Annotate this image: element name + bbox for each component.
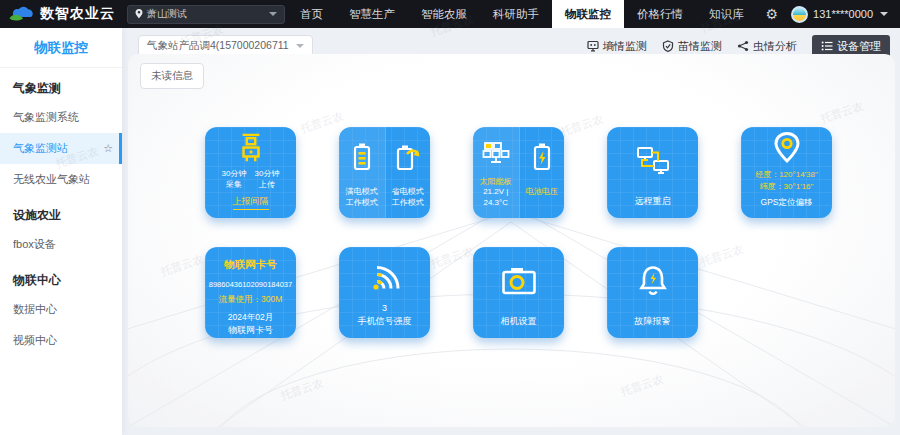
top-nav-menu: 首页 智慧生产 智能农服 科研助手 物联监控 价格行情 知识库 (287, 0, 757, 28)
battery-charge-icon (520, 127, 565, 187)
data-logger-icon (205, 127, 296, 169)
nav-smart-agri-service[interactable]: 智能农服 (408, 0, 480, 28)
battery-full-icon (339, 127, 385, 187)
nav-knowledge-base[interactable]: 知识库 (696, 0, 757, 28)
nav-iot-monitoring[interactable]: 物联监控 (552, 0, 624, 28)
camera-settings-card[interactable]: 相机设置 (473, 247, 564, 338)
gps-coordinates: 经度：120°14'38" 纬度：30°1'16" (755, 169, 818, 193)
signal-level-value: 3 (382, 303, 387, 313)
sidebar: 物联监控 气象监测 气象监测系统 气象监测站 ☆ 无线农业气象站 设施农业 fb… (0, 28, 122, 435)
mode-name: 省电模式 (392, 187, 424, 198)
sidebar-item-fbox[interactable]: fbox设备 (0, 229, 122, 260)
camera-icon (473, 247, 564, 315)
card-row-2: 物联网卡号 89860436102090184037 流量使用：300M 202… (205, 247, 698, 338)
networked-computers-icon (607, 127, 698, 195)
sidebar-item-weather-system[interactable]: 气象监测系统 (0, 102, 122, 133)
sidebar-item-data-center[interactable]: 数据中心 (0, 294, 122, 325)
sidebar-item-label: 视频中心 (13, 333, 57, 348)
sim-data-usage: 流量使用：300M (205, 294, 296, 306)
latitude-value: 纬度：30°1'16" (755, 181, 818, 193)
chevron-down-icon (296, 44, 304, 48)
sidebar-item-label: 数据中心 (13, 302, 57, 317)
fault-alarm-card[interactable]: 故障报警 (607, 247, 698, 338)
mode-label: 工作模式 (346, 198, 378, 209)
card-title: 故障报警 (635, 315, 671, 328)
top-navbar: 数智农业云 萧山测试 首页 智慧生产 智能农服 科研助手 物联监控 价格行情 知… (0, 0, 900, 28)
sidebar-item-weather-station[interactable]: 气象监测站 ☆ (0, 133, 122, 164)
card-title: 物联网卡号 (205, 324, 296, 337)
full-power-mode-half[interactable]: 满电模式 工作模式 (339, 127, 385, 218)
action-label: 苗情监测 (678, 39, 722, 54)
report-interval-card[interactable]: 30分钟 采集 30分钟 上传 上报间隔 (205, 127, 296, 218)
nav-price-market[interactable]: 价格行情 (624, 0, 696, 28)
solar-panel-half[interactable]: 太阳能板 21.2V | 24.3°C (473, 127, 519, 218)
solar-panel-icon (473, 127, 519, 177)
card-title: 相机设置 (501, 315, 537, 328)
power-status-card[interactable]: 太阳能板 21.2V | 24.3°C (473, 127, 564, 218)
org-selector-dropdown[interactable]: 萧山测试 (127, 5, 285, 24)
sidebar-item-wireless-station[interactable]: 无线农业气象站 (0, 164, 122, 195)
card-title: 手机信号强度 (358, 315, 412, 328)
device-selector-value: 气象站产品调4(157000206711 (147, 39, 289, 53)
org-selector-value: 萧山测试 (147, 7, 187, 21)
remote-restart-card[interactable]: 远程重启 (607, 127, 698, 218)
user-account-menu[interactable]: 131****0000 (787, 6, 900, 23)
nav-home[interactable]: 首页 (287, 0, 336, 28)
sidebar-item-label: fbox设备 (13, 237, 56, 252)
card-title: 上报间隔 (233, 195, 269, 210)
app-title: 数智农业云 (40, 5, 115, 23)
nav-smart-production[interactable]: 智慧生产 (336, 0, 408, 28)
list-icon (821, 40, 833, 52)
perspective-floor-decoration (128, 54, 895, 427)
work-mode-card[interactable]: 满电模式 工作模式 (339, 127, 430, 218)
unread-messages-button[interactable]: 未读信息 (140, 63, 204, 89)
brand-logo-icon (8, 5, 34, 23)
sim-month: 2024年02月 (205, 312, 296, 324)
soil-moisture-monitor-button[interactable]: 墒情监测 (587, 39, 647, 54)
mode-label: 工作模式 (392, 198, 424, 209)
action-label: 墒情监测 (603, 39, 647, 54)
upload-interval-value: 30分钟 (255, 169, 280, 180)
signal-strength-card[interactable]: 3 手机信号强度 (339, 247, 430, 338)
sim-title: 物联网卡号 (205, 258, 296, 272)
settings-gear-icon[interactable]: ⚙ (756, 7, 787, 21)
sidebar-item-video-center[interactable]: 视频中心 (0, 325, 122, 356)
iot-sim-card[interactable]: 物联网卡号 89860436102090184037 流量使用：300M 202… (205, 247, 296, 338)
user-phone-label: 131****0000 (813, 8, 873, 20)
collect-interval-label: 采集 (222, 180, 247, 191)
app-window: 数智农业云 萧山测试 首页 智慧生产 智能农服 科研助手 物联监控 价格行情 知… (0, 0, 900, 435)
longitude-value: 经度：120°14'38" (755, 169, 818, 181)
device-status-panel: 未读信息 (128, 54, 895, 427)
gps-location-card[interactable]: 经度：120°14'38" 纬度：30°1'16" GPS定位偏移 (741, 127, 832, 218)
sim-iccid-value: 89860436102090184037 (205, 280, 296, 289)
alarm-bell-icon (607, 247, 698, 315)
share-analysis-icon (737, 40, 749, 52)
battery-cycle-icon (386, 127, 431, 187)
collect-interval-value: 30分钟 (222, 169, 247, 180)
gps-pin-icon (741, 127, 832, 169)
sidebar-heading-facility: 设施农业 (0, 195, 122, 229)
pest-analysis-button[interactable]: 虫情分析 (737, 39, 797, 54)
seedling-monitor-button[interactable]: 苗情监测 (662, 39, 722, 54)
action-label: 设备管理 (837, 39, 881, 54)
chevron-down-icon (269, 12, 277, 16)
upload-interval-label: 上传 (255, 180, 280, 191)
mode-name: 满电模式 (346, 187, 378, 198)
nav-research-assistant[interactable]: 科研助手 (480, 0, 552, 28)
monitor-icon (587, 40, 599, 52)
sidebar-title: 物联监控 (0, 28, 122, 68)
star-icon[interactable]: ☆ (103, 143, 113, 154)
main-content: 气象站产品调4(157000206711 墒情监测 (122, 28, 900, 435)
location-pin-icon (135, 9, 143, 19)
card-title: GPS定位偏移 (761, 197, 813, 209)
sidebar-heading-weather: 气象监测 (0, 68, 122, 102)
avatar (791, 6, 808, 23)
interval-values: 30分钟 采集 30分钟 上传 (222, 169, 280, 191)
sidebar-heading-iot-center: 物联中心 (0, 260, 122, 294)
action-label: 虫情分析 (753, 39, 797, 54)
battery-voltage-half[interactable]: 电池电压 (519, 127, 565, 218)
chevron-down-icon (880, 12, 888, 16)
wifi-signal-icon (339, 247, 430, 303)
power-save-mode-half[interactable]: 省电模式 工作模式 (385, 127, 431, 218)
sidebar-item-label: 气象监测系统 (13, 110, 79, 125)
